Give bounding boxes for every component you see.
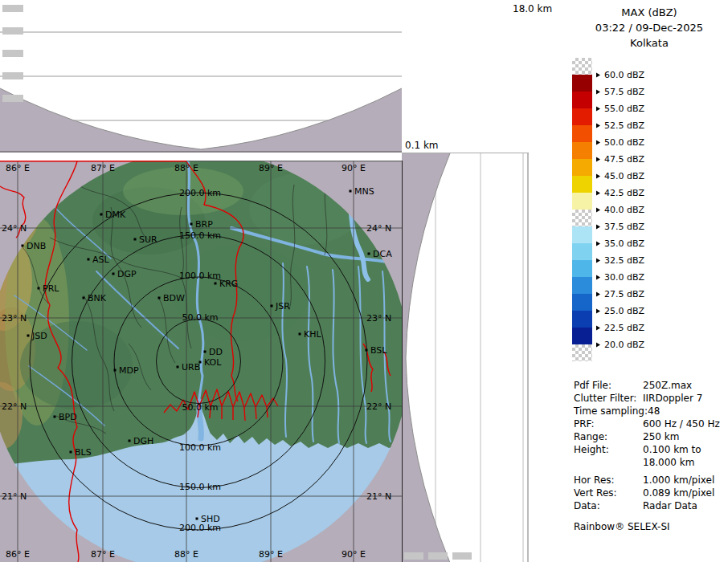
- dbz-scale-label: 55.0 dBZ: [596, 104, 644, 114]
- station-label: KRG: [219, 279, 238, 289]
- station-dot: [88, 259, 90, 261]
- info-row: Time sampling:48: [574, 405, 726, 417]
- info-label: Data:: [574, 499, 643, 512]
- station-label: BLS: [75, 447, 92, 458]
- product-info: Pdf File:250Z.maxClutter Filter:IIRDoppl…: [574, 379, 726, 533]
- longitude-label-bottom: 90° E: [342, 549, 366, 560]
- longitude-label-bottom: 88° E: [174, 549, 198, 560]
- info-row: Hor Res:1.000 km/pixel: [574, 474, 726, 487]
- dbz-swatch: [572, 260, 592, 277]
- info-row: Data:Radar Data: [574, 499, 726, 512]
- info-label: Height:: [574, 443, 643, 456]
- info-label: PRF:: [574, 417, 643, 430]
- range-ring-label: 150.0 km: [179, 482, 221, 492]
- latitude-label-right: 24° N: [366, 223, 391, 234]
- info-label: Time sampling:: [574, 405, 648, 417]
- info-label: Pdf File:: [574, 379, 643, 392]
- longitude-label-bottom: 89° E: [259, 549, 283, 560]
- latitude-label-left: 23° N: [2, 313, 27, 324]
- dbz-value: 57.5 dBZ: [604, 87, 644, 97]
- station-dot: [196, 518, 198, 520]
- station-label: MDP: [119, 365, 139, 376]
- height-tick-labels: [404, 552, 472, 560]
- info-label: Vert Res:: [574, 487, 643, 499]
- dbz-value: 52.5 dBZ: [604, 120, 644, 131]
- station-dot: [299, 333, 301, 336]
- longitude-label-top: 90° E: [342, 163, 366, 173]
- product-info-rows: Pdf File:250Z.maxClutter Filter:IIRDoppl…: [574, 379, 726, 512]
- station-dot: [27, 335, 30, 337]
- dbz-swatch: [572, 176, 592, 193]
- range-ring-label: 200.0 km: [179, 188, 221, 198]
- level-arrow-icon: [596, 342, 600, 347]
- station-dot: [70, 451, 72, 454]
- level-arrow-icon: [596, 89, 600, 94]
- dbz-legend-panel: MAX (dBZ) 03:22 / 09-Dec-2025 Kolkata 60…: [571, 0, 728, 562]
- station-label: DCA: [373, 249, 392, 259]
- station-dot: [177, 366, 179, 369]
- latitude-label-right: 22° N: [366, 401, 391, 412]
- dbz-scale-label: 30.0 dBZ: [596, 272, 644, 283]
- radar-map: 86° E86° E87° E87° E88° E88° E89° E89° E…: [0, 161, 403, 562]
- info-row: PRF:600 Hz / 450 Hz: [574, 417, 726, 430]
- info-row: Range:250 km: [574, 430, 726, 443]
- station-dot: [190, 223, 193, 226]
- longitude-label-top: 89° E: [259, 163, 283, 173]
- info-value: 1.000 km/pixel: [643, 474, 714, 487]
- level-arrow-icon: [596, 123, 600, 128]
- station-dot: [368, 253, 370, 255]
- station-dot: [100, 214, 103, 216]
- info-row: 18.000 km: [574, 456, 726, 469]
- right-cross-section-svg: [402, 153, 529, 562]
- info-value: 18.000 km: [643, 456, 694, 469]
- level-arrow-icon: [596, 173, 600, 178]
- longitude-label-bottom: 86° E: [6, 549, 30, 560]
- info-row: Clutter Filter:IIRDoppler 7: [574, 392, 726, 405]
- station-label: JSR: [275, 301, 290, 312]
- radar-display: { "panels": { "max_height_label": "18.0 …: [0, 0, 728, 562]
- legend-header: MAX (dBZ) 03:22 / 09-Dec-2025 Kolkata: [571, 5, 728, 51]
- dbz-swatch: [572, 328, 592, 344]
- level-arrow-icon: [596, 275, 600, 279]
- info-value: 48: [648, 405, 660, 417]
- level-arrow-icon: [596, 140, 600, 145]
- dbz-value: 40.0 dBZ: [604, 205, 644, 215]
- range-ring-label: 150.0 km: [179, 230, 221, 241]
- dbz-value: 47.5 dBZ: [604, 154, 644, 165]
- info-row: Pdf File:250Z.max: [574, 379, 726, 392]
- level-arrow-icon: [596, 157, 600, 161]
- station-label: PRL: [43, 283, 59, 294]
- range-ring-label: 100.0 km: [179, 442, 221, 453]
- station-dot: [271, 305, 273, 307]
- range-ring-label: 50.0 km: [182, 312, 218, 323]
- dbz-scale-label: 20.0 dBZ: [596, 340, 644, 350]
- level-arrow-icon: [596, 291, 600, 296]
- info-row: Vert Res:0.089 km/pixel: [574, 487, 726, 499]
- info-label: Hor Res:: [574, 474, 643, 487]
- latitude-label-left: 21° N: [2, 491, 27, 502]
- dbz-value: 22.5 dBZ: [604, 323, 644, 333]
- dbz-swatch: [572, 277, 592, 294]
- info-value: 0.089 km/pixel: [643, 487, 714, 499]
- level-arrow-icon: [596, 308, 600, 313]
- dbz-value: 27.5 dBZ: [604, 289, 644, 299]
- latitude-label-left: 24° N: [2, 223, 27, 234]
- station-label: SHD: [201, 514, 220, 524]
- dbz-swatch: [572, 92, 592, 108]
- dbz-swatch: [572, 142, 592, 159]
- station-dot: [54, 416, 56, 418]
- dbz-value: 50.0 dBZ: [604, 137, 644, 148]
- dbz-scale-label: 45.0 dBZ: [596, 171, 644, 181]
- dbz-value: 60.0 dBZ: [604, 70, 644, 80]
- dbz-swatch-column: [572, 58, 592, 361]
- longitude-label-top: 87° E: [91, 163, 115, 173]
- dbz-value: 37.5 dBZ: [604, 222, 644, 232]
- dbz-value: 55.0 dBZ: [604, 104, 644, 114]
- station-dot: [215, 283, 217, 285]
- station-dot: [158, 297, 161, 299]
- dbz-scale-label: 35.0 dBZ: [596, 238, 644, 249]
- station-dot: [129, 440, 131, 442]
- dbz-swatch: [572, 226, 592, 243]
- longitude-label-bottom: 87° E: [91, 549, 115, 560]
- station-label: DGH: [133, 436, 153, 446]
